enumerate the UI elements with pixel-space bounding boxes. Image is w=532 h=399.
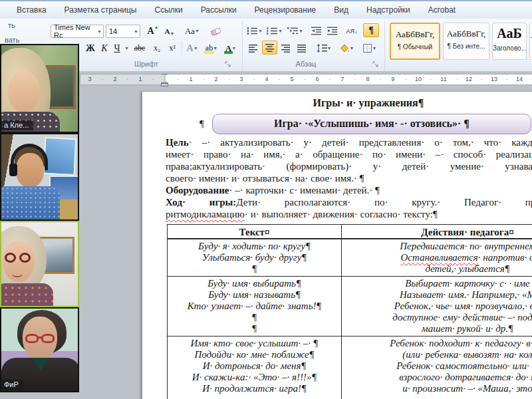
increase-indent-button[interactable]: [325, 24, 339, 38]
bold-button[interactable]: Ж: [84, 41, 97, 55]
superscript-button[interactable]: x²: [165, 41, 180, 55]
participant-body: [0, 186, 60, 221]
text-run: Называет· имя.· Например,· «М: [400, 289, 532, 300]
table-line: Подойди· ко· мне· поближе¶: [168, 349, 341, 360]
shading-button[interactable]: ▼: [336, 41, 356, 55]
table-header-cell: Текст¤: [168, 225, 342, 238]
tab-Вид[interactable]: Вид: [334, 5, 348, 15]
underline-glyph: Ч: [114, 43, 120, 54]
ruler-mark: ·: [202, 76, 205, 82]
font-name-combo[interactable]: Times New Rc▼: [51, 25, 104, 38]
chevron-down-icon: ▼: [194, 46, 198, 51]
style-label: ¶ Без инте...: [444, 43, 489, 50]
multilevel-list-button[interactable]: ▼: [286, 24, 305, 38]
shrink-font-button[interactable]: А▼: [162, 24, 177, 38]
style-card-безинте[interactable]: АаБбВвГг,¶ Без инте...: [443, 23, 489, 60]
tab-Разметка страницы[interactable]: Разметка страницы: [65, 5, 137, 15]
numbering-button[interactable]: ▼: [266, 24, 283, 38]
ruler-mark: ·: [379, 76, 382, 82]
ruler-mark: ·: [505, 76, 508, 82]
italic-button[interactable]: К: [98, 41, 110, 55]
ruler-mark: 1: [135, 76, 146, 82]
font-group-label: Шрифт: [100, 60, 193, 69]
participant-video-2[interactable]: [0, 133, 79, 221]
ribbon-tabs: ВставкаРазметка страницыСсылкиРассылкиРе…: [0, 1, 532, 15]
chevron-down-icon[interactable]: ▼: [124, 46, 129, 51]
text-run: имеет· право· на· имя,· а· обращение· по…: [166, 149, 532, 160]
style-label: Заголово...: [493, 45, 526, 52]
ruler-mark: 5: [287, 76, 297, 82]
table-line: И· скажи-ка:· «Это· –· я!!!»¶: [168, 372, 341, 383]
grow-font-button[interactable]: А▲: [145, 24, 161, 38]
table-cell-actions: Ребенок· подходит· к· педагогу· в· це(ил…: [342, 336, 532, 399]
left-indent-marker[interactable]: [161, 83, 168, 86]
underline-button[interactable]: Ч: [111, 41, 123, 55]
show-formatting-marks-button[interactable]: ¶: [363, 23, 379, 37]
style-card-заголово[interactable]: АаБЗаголово...: [492, 23, 527, 60]
shrink-font-glyph: А: [165, 27, 170, 35]
ruler-mark: ·: [152, 76, 154, 82]
borders-button[interactable]: ▼: [359, 41, 380, 55]
text-run: игры:: [209, 197, 237, 207]
style-card-обычный[interactable]: АаБбВвГг,¶ Обычный: [390, 23, 440, 60]
clipboard-label-fragment[interactable]: ть: [8, 21, 15, 29]
clear-formatting-button[interactable]: [207, 24, 225, 38]
align-left-button[interactable]: [246, 41, 261, 55]
align-right-icon: [281, 44, 291, 53]
tab-Надстройки[interactable]: Надстройки: [366, 5, 410, 15]
bullets-button[interactable]: ▼: [246, 24, 263, 38]
table-line: детей,· улыбается¶: [342, 263, 532, 275]
style-card-з[interactable]: АЗ: [529, 23, 532, 60]
text-effects-button[interactable]: А▼: [184, 41, 200, 55]
table-line: Имя· кто· свое· услышит· –· ¶: [168, 338, 341, 349]
font-dialog-launcher[interactable]: [225, 61, 232, 68]
ruler-mark: 10: [413, 76, 424, 82]
chevron-down-icon: ▼: [327, 46, 332, 51]
participant-video-3-active-speaker[interactable]: [0, 221, 79, 307]
justify-button[interactable]: [295, 41, 309, 55]
document-page[interactable]: Игры· и· упражнения¶ ¶ Игра· ·«Услышишь·…: [142, 92, 532, 399]
tab-Ссылки[interactable]: Ссылки: [154, 5, 182, 15]
text-run: Передвигается· по· внутреннем: [400, 241, 532, 251]
table-line: ¶: [168, 323, 341, 334]
align-right-button[interactable]: [279, 41, 293, 55]
sort-button[interactable]: АЯ↓: [343, 24, 360, 38]
font-name-value: Times New Rc: [54, 23, 97, 39]
text-run: Выбирает· карточку· с· · име: [405, 278, 529, 289]
subscript-button[interactable]: x₂: [150, 41, 164, 55]
font-color-button[interactable]: А▼: [222, 41, 239, 55]
document-area: Игры· и· упражнения¶ ¶ Игра· ·«Услышишь·…: [0, 88, 532, 399]
change-case-button[interactable]: Аа▼: [181, 24, 203, 38]
word-window: ВставкаРазметка страницыСсылкиРассылкиРе…: [0, 0, 532, 399]
align-center-button[interactable]: [262, 41, 277, 55]
text-run: Оборудование: [166, 185, 229, 196]
tab-Acrobat[interactable]: Acrobat: [428, 5, 456, 15]
text-run: (или· ребенка· вывозят· на· кол: [402, 349, 532, 360]
paragraph-dialog-launcher[interactable]: [372, 61, 380, 68]
tab-Рецензирование[interactable]: Рецензирование: [255, 5, 317, 15]
participant-video-4[interactable]: ФиР: [0, 307, 79, 392]
ruler-mark: ·: [227, 76, 230, 82]
multilevel-list-icon: [287, 27, 299, 35]
glasses-right-lens: [19, 253, 31, 263]
line-spacing-button[interactable]: ▼: [314, 41, 334, 55]
table-line: Буду· имя· называть¶: [168, 289, 341, 301]
chevron-down-icon: ▼: [278, 29, 283, 33]
style-preview: АаБбВвГг,: [391, 29, 439, 40]
align-center-icon: [265, 43, 275, 52]
tab-Вставка[interactable]: Вставка: [17, 5, 47, 15]
text-run: доступное· ему· действие· –· подни: [392, 312, 532, 323]
decrease-indent-button[interactable]: [309, 24, 323, 38]
font-size-combo[interactable]: 14▼: [106, 25, 140, 38]
text-run: · –· актуализировать· у· детей· представ…: [189, 137, 532, 148]
participant-video-1[interactable]: а Кле...: [0, 44, 79, 133]
strikethrough-button[interactable]: abc: [130, 41, 149, 55]
table-line: Передвигается· по· внутреннем: [342, 241, 532, 252]
text-run: взрослого· дотрагивается· до· п: [399, 372, 532, 382]
highlight-button[interactable]: ab▼: [201, 41, 221, 55]
style-preview: АаБбВвГг,: [444, 29, 489, 39]
ruler-mark: 12: [464, 76, 474, 82]
tab-Рассылки[interactable]: Рассылки: [201, 5, 237, 15]
clipboard-label-fragment-2[interactable]: вать: [5, 36, 19, 44]
game-table: Текст¤Действия· педагога¤Буду· я· ходить…: [167, 224, 532, 399]
